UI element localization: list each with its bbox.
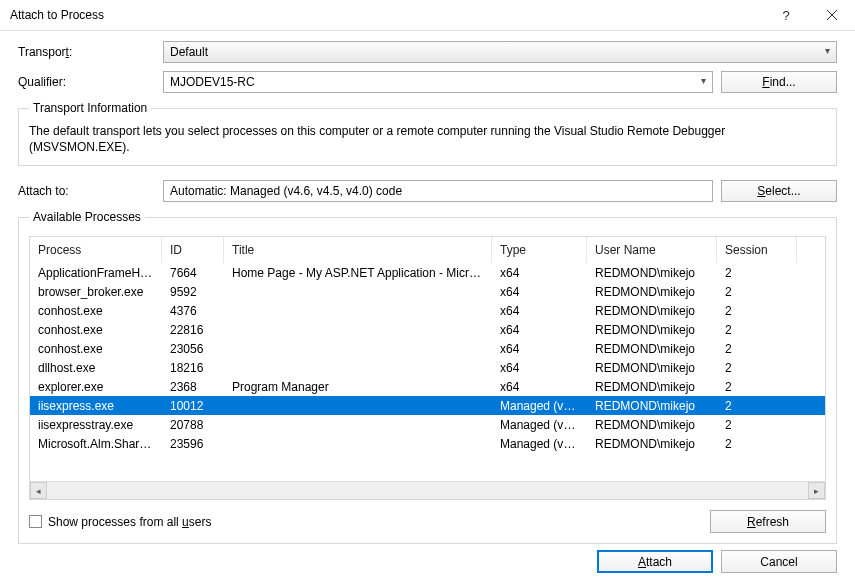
cell-user: REDMOND\mikejo — [587, 285, 717, 299]
col-header-process[interactable]: Process — [30, 237, 162, 263]
cell-process: iisexpress.exe — [30, 399, 162, 413]
scroll-left-button[interactable]: ◂ — [30, 482, 47, 499]
cell-user: REDMOND\mikejo — [587, 380, 717, 394]
cell-session: 2 — [717, 437, 797, 451]
attach-to-value-text: Automatic: Managed (v4.6, v4.5, v4.0) co… — [170, 184, 402, 198]
scroll-right-button[interactable]: ▸ — [808, 482, 825, 499]
table-row[interactable]: ApplicationFrameHos...7664Home Page - My… — [30, 263, 825, 282]
attach-button[interactable]: Attach — [597, 550, 713, 573]
cell-user: REDMOND\mikejo — [587, 437, 717, 451]
process-list-body[interactable]: ApplicationFrameHos...7664Home Page - My… — [30, 263, 825, 481]
cancel-button[interactable]: Cancel — [721, 550, 837, 573]
refresh-label: efresh — [756, 515, 789, 529]
col-header-title[interactable]: Title — [224, 237, 492, 263]
cell-id: 9592 — [162, 285, 224, 299]
show-all-users-label[interactable]: Show processes from all users — [48, 515, 211, 529]
cell-type: x64 — [492, 285, 587, 299]
attach-to-label: Attach to: — [18, 184, 163, 198]
show-all-post: sers — [189, 515, 212, 529]
attach-hotkey: A — [638, 555, 646, 569]
process-list-header[interactable]: Process ID Title Type User Name Session — [30, 237, 825, 263]
transport-label: Transport: — [18, 45, 163, 59]
table-row[interactable]: iisexpress.exe10012Managed (v4....REDMON… — [30, 396, 825, 415]
select-button[interactable]: Select... — [721, 180, 837, 202]
cell-type: x64 — [492, 342, 587, 356]
cell-title: Program Manager — [224, 380, 492, 394]
cell-process: conhost.exe — [30, 323, 162, 337]
cell-id: 2368 — [162, 380, 224, 394]
transport-info-legend: Transport Information — [29, 101, 151, 115]
close-icon — [827, 10, 837, 20]
find-hotkey: F — [762, 75, 769, 89]
table-row[interactable]: conhost.exe23056x64REDMOND\mikejo2 — [30, 339, 825, 358]
cell-process: explorer.exe — [30, 380, 162, 394]
cell-user: REDMOND\mikejo — [587, 323, 717, 337]
col-header-user[interactable]: User Name — [587, 237, 717, 263]
transport-label-colon: : — [69, 45, 72, 59]
cell-session: 2 — [717, 418, 797, 432]
table-row[interactable]: conhost.exe4376x64REDMOND\mikejo2 — [30, 301, 825, 320]
cell-process: iisexpresstray.exe — [30, 418, 162, 432]
table-row[interactable]: Microsoft.Alm.Shared....23596Managed (v4… — [30, 434, 825, 453]
show-all-hotkey: u — [182, 515, 189, 529]
available-processes-group: Available Processes Process ID Title Typ… — [18, 210, 837, 544]
qualifier-label: Qualifier: — [18, 75, 163, 89]
table-row[interactable]: dllhost.exe18216x64REDMOND\mikejo2 — [30, 358, 825, 377]
cell-process: Microsoft.Alm.Shared.... — [30, 437, 162, 451]
cell-id: 23056 — [162, 342, 224, 356]
refresh-hotkey: R — [747, 515, 756, 529]
horizontal-scrollbar[interactable]: ◂ ▸ — [30, 481, 825, 499]
cell-user: REDMOND\mikejo — [587, 304, 717, 318]
qualifier-combobox[interactable]: MJODEV15-RC — [163, 71, 713, 93]
refresh-button[interactable]: Refresh — [710, 510, 826, 533]
transport-info-group: Transport Information The default transp… — [18, 101, 837, 166]
table-row[interactable]: iisexpresstray.exe20788Managed (v4....RE… — [30, 415, 825, 434]
cell-id: 18216 — [162, 361, 224, 375]
cell-type: x64 — [492, 361, 587, 375]
transport-dropdown[interactable]: Default — [163, 41, 837, 63]
table-row[interactable]: browser_broker.exe9592x64REDMOND\mikejo2 — [30, 282, 825, 301]
cell-session: 2 — [717, 342, 797, 356]
cell-session: 2 — [717, 323, 797, 337]
close-button[interactable] — [809, 0, 855, 30]
cell-id: 7664 — [162, 266, 224, 280]
cell-process: conhost.exe — [30, 304, 162, 318]
cell-type: x64 — [492, 323, 587, 337]
cell-process: conhost.exe — [30, 342, 162, 356]
cell-session: 2 — [717, 361, 797, 375]
select-label: elect... — [765, 184, 800, 198]
cell-session: 2 — [717, 399, 797, 413]
table-row[interactable]: explorer.exe2368Program Managerx64REDMON… — [30, 377, 825, 396]
table-row[interactable]: conhost.exe22816x64REDMOND\mikejo2 — [30, 320, 825, 339]
cell-user: REDMOND\mikejo — [587, 361, 717, 375]
cell-session: 2 — [717, 304, 797, 318]
cell-user: REDMOND\mikejo — [587, 266, 717, 280]
cell-type: Managed (v4.... — [492, 437, 587, 451]
cell-type: Managed (v4.... — [492, 399, 587, 413]
process-list[interactable]: Process ID Title Type User Name Session … — [29, 236, 826, 500]
cell-process: dllhost.exe — [30, 361, 162, 375]
show-all-users-checkbox[interactable] — [29, 515, 42, 528]
cell-title: Home Page - My ASP.NET Application - Mic… — [224, 266, 492, 280]
cell-session: 2 — [717, 285, 797, 299]
col-header-id[interactable]: ID — [162, 237, 224, 263]
col-header-session[interactable]: Session — [717, 237, 797, 263]
col-header-type[interactable]: Type — [492, 237, 587, 263]
find-button[interactable]: Find... — [721, 71, 837, 93]
titlebar: Attach to Process ? — [0, 0, 855, 31]
cancel-label: Cancel — [760, 555, 797, 569]
cell-id: 10012 — [162, 399, 224, 413]
cell-id: 4376 — [162, 304, 224, 318]
show-all-pre: Show processes from all — [48, 515, 182, 529]
transport-label-text: Transpor — [18, 45, 66, 59]
help-button[interactable]: ? — [763, 0, 809, 30]
transport-value: Default — [170, 45, 208, 59]
attach-to-value: Automatic: Managed (v4.6, v4.5, v4.0) co… — [163, 180, 713, 202]
cell-type: x64 — [492, 304, 587, 318]
cell-session: 2 — [717, 380, 797, 394]
cell-process: browser_broker.exe — [30, 285, 162, 299]
window-title: Attach to Process — [10, 8, 763, 22]
cell-user: REDMOND\mikejo — [587, 342, 717, 356]
help-icon: ? — [782, 8, 789, 23]
qualifier-value: MJODEV15-RC — [170, 75, 255, 89]
